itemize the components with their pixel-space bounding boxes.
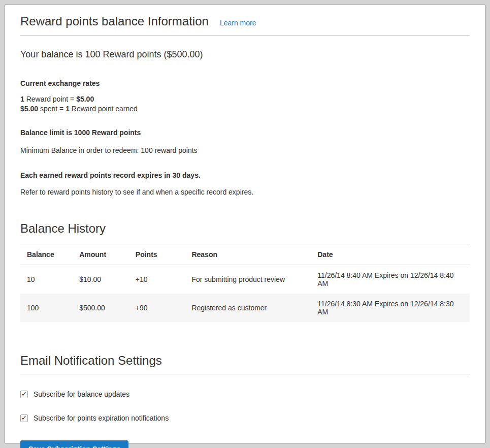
- email-settings-divider: [20, 374, 470, 374]
- cell-amount: $10.00: [74, 265, 130, 294]
- balance-updates-option: Subscribe for balance updates: [20, 390, 470, 398]
- cell-date: 11/26/14 8:40 AM Expires on 12/26/14 8:4…: [312, 265, 470, 294]
- table-row: 10 $10.00 +10 For submitting product rev…: [20, 265, 470, 294]
- cell-points: +90: [130, 294, 187, 322]
- cell-points: +10: [130, 265, 187, 294]
- page-title: Reward points balance Information: [20, 14, 209, 28]
- balance-limit-text: Balance limit is 1000 Reward points: [20, 128, 470, 138]
- page-header: Reward points balance Information Learn …: [20, 14, 470, 28]
- email-settings-title: Email Notification Settings: [20, 354, 470, 368]
- table-body: 10 $10.00 +10 For submitting product rev…: [20, 265, 470, 323]
- minimum-balance-text: Minimum Balance in order to redeem: 100 …: [20, 146, 470, 155]
- exchange-rates-heading: Current exchange rates: [20, 79, 470, 88]
- cell-reason: For submitting product review: [186, 265, 312, 294]
- reward-points-card: Reward points balance Information Learn …: [5, 5, 485, 443]
- expiration-notifications-label: Subscribe for points expiration notifica…: [34, 414, 169, 422]
- learn-more-link[interactable]: Learn more: [220, 19, 256, 27]
- exchange-rate-line-1: 1 Reward point = $5.00: [20, 95, 94, 103]
- header-divider: [20, 35, 470, 36]
- balance-updates-label: Subscribe for balance updates: [34, 390, 129, 398]
- expiration-notifications-checkbox[interactable]: [20, 414, 28, 422]
- cell-balance: 10: [20, 265, 74, 294]
- table-row: 100 $500.00 +90 Registered as customer 1…: [20, 294, 470, 322]
- exchange-rate-lines: 1 Reward point = $5.00 $5.00 spent = 1 R…: [20, 94, 470, 114]
- cell-amount: $500.00: [74, 294, 130, 322]
- column-header-amount: Amount: [74, 244, 130, 265]
- expiry-note-text: Refer to reward points history to see if…: [20, 187, 470, 197]
- column-header-balance: Balance: [20, 244, 74, 265]
- page-background: { "colors": { "accent": "#1979c3", "text…: [0, 0, 490, 448]
- balance-history-table: Balance Amount Points Reason Date 10 $10…: [20, 244, 470, 322]
- cell-reason: Registered as customer: [186, 294, 312, 322]
- save-subscription-settings-button[interactable]: Save Subscription Settings: [20, 440, 128, 448]
- table-header-row: Balance Amount Points Reason Date: [20, 244, 470, 265]
- cell-balance: 100: [20, 294, 74, 322]
- expiry-text: Each earned reward points record expires…: [20, 171, 470, 180]
- column-header-reason: Reason: [186, 244, 312, 265]
- balance-history-title: Balance History: [20, 221, 470, 236]
- cell-date: 11/26/14 8:30 AM Expires on 12/26/14 8:3…: [312, 294, 470, 322]
- column-header-date: Date: [312, 244, 470, 265]
- balance-updates-checkbox[interactable]: [20, 391, 28, 398]
- expiration-notifications-option: Subscribe for points expiration notifica…: [20, 414, 470, 422]
- table-header: Balance Amount Points Reason Date: [20, 244, 470, 265]
- exchange-rate-line-2: $5.00 spent = 1 Reward point earned: [20, 105, 138, 113]
- column-header-points: Points: [130, 244, 187, 265]
- balance-summary: Your balance is 100 Reward points ($500.…: [20, 50, 470, 59]
